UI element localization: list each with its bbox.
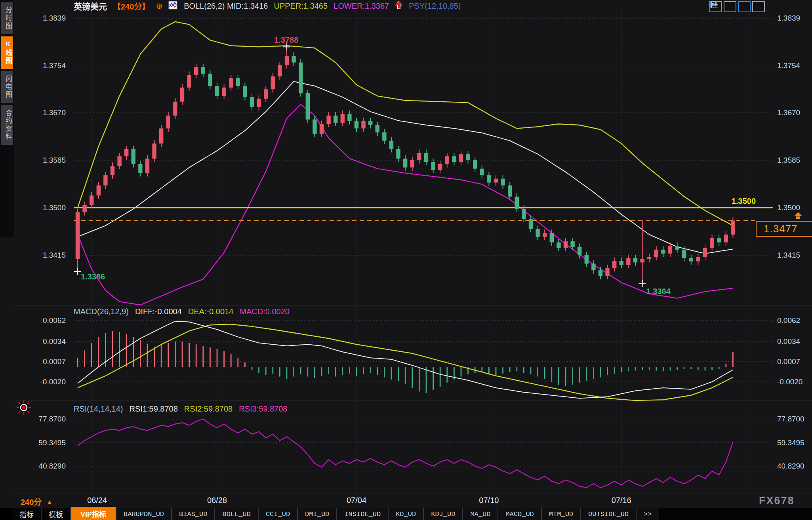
macd-ytick-right: 0.0062 — [777, 316, 812, 325]
tab-vip-[interactable]: VIP指标 — [71, 507, 116, 520]
macd-header: MACD(26,12,9) DIFF:-0.0004 DEA:-0.0014 M… — [74, 307, 290, 316]
sidebar-item-0[interactable]: 分时图 — [1, 2, 13, 34]
price-ytick-left: 1.3754 — [22, 61, 66, 70]
indicator-header: 英镑美元 【240分】 ⊕ BOLL(26,2) MID:1.3416 UPPE… — [74, 1, 461, 11]
macd-ytick-right: 0.0007 — [777, 357, 812, 366]
tab-barupdn-ud[interactable]: BARUPDN_UD — [116, 508, 172, 520]
chart-toolbar — [709, 1, 765, 12]
price-ytick-left: 1.3415 — [22, 251, 66, 260]
x-axis-date-label: 07/10 — [471, 496, 507, 505]
sidebar-item-1[interactable]: K线图 — [1, 36, 13, 69]
tab--[interactable]: 模板 — [41, 508, 71, 520]
rsi-header: RSI(14,14,14) RSI1:59.8708 RSI2:59.8708 … — [74, 404, 288, 414]
alarm-blink-icon — [15, 399, 32, 418]
rsi-ytick-left: 59.3495 — [22, 438, 66, 447]
high-price-annotation: 1.3788 — [274, 36, 298, 45]
chart-type-sidebar: 分时图K线图闪电图合约资料 — [0, 0, 14, 237]
tab-bias-ud[interactable]: BIAS_UD — [172, 508, 215, 520]
price-tag-arrow-icon — [793, 212, 803, 222]
bar-arrow-icon[interactable] — [752, 1, 765, 12]
rsi-ytick-right: 59.3495 — [777, 438, 812, 447]
x-axis-date-label: 07/04 — [339, 496, 374, 505]
low2-price-annotation: 1.3364 — [646, 287, 671, 296]
rsi-ytick-left: 40.8290 — [22, 462, 66, 471]
price-up-arrow-icon — [395, 1, 403, 11]
price-ytick-right: 1.3754 — [777, 61, 812, 70]
price-ytick-left: 1.3670 — [22, 108, 66, 117]
price-ytick-left: 1.3585 — [22, 156, 66, 165]
price-ytick-right: 1.3585 — [777, 156, 812, 165]
macd-ytick-left: -0.0020 — [22, 378, 66, 386]
rsi-ytick-right: 77.8700 — [777, 415, 812, 423]
rsi3-value: RSI3:59.8708 — [239, 404, 287, 414]
macd-ytick-left: 0.0007 — [22, 357, 66, 366]
tab-boll-ud[interactable]: BOLL_UD — [215, 508, 258, 520]
tab-macd-ud[interactable]: MACD_UD — [498, 508, 541, 520]
rsi-series — [78, 419, 733, 488]
macd-ytick-right: 0.0034 — [777, 337, 812, 346]
rsi1-value: RSI1:59.8708 — [130, 404, 178, 414]
tab--[interactable]: 指标 — [12, 508, 41, 520]
x-axis-date-label: 06/24 — [79, 496, 115, 505]
tabbar-spacer — [0, 508, 12, 520]
add-indicator-icon[interactable]: ⊕ — [156, 1, 162, 11]
macd-ytick-left: 0.0062 — [22, 316, 66, 325]
symbol-title: 英镑美元 — [74, 0, 107, 12]
tab-kd-ud[interactable]: KD_UD — [388, 508, 423, 520]
tab--[interactable]: >> — [636, 508, 659, 520]
boll-lower-value: LOWER:1.3367 — [334, 2, 389, 11]
boll-upper-value: UPPER:1.3465 — [274, 2, 328, 11]
rsi-title: RSI(14,14,14) — [74, 404, 123, 414]
tab-kdj-ud[interactable]: KDJ_UD — [423, 508, 463, 520]
macd-ytick-right: -0.0020 — [777, 378, 812, 386]
tab-ma-ud[interactable]: MA_UD — [463, 508, 498, 520]
x-axis-date-label: 07/16 — [604, 496, 639, 505]
tab-mtm-ud[interactable]: MTM_UD — [541, 508, 581, 520]
macd-diff-value: DIFF:-0.0004 — [135, 307, 182, 316]
tab-outside-ud[interactable]: OUTSIDE_UD — [581, 508, 636, 520]
current-price-tag: 1.3477 — [756, 221, 812, 237]
price-ytick-left: 1.3839 — [22, 14, 66, 23]
period-selector-label: 240分 — [21, 496, 42, 507]
sidebar-item-3[interactable]: 合约资料 — [1, 105, 13, 145]
price-ytick-right: 1.3670 — [777, 108, 812, 117]
current-price-value: 1.3477 — [764, 223, 798, 235]
indicator-tabbar: 指标模板VIP指标BARUPDN_UDBIAS_UDBOLL_UDCCI_UDD… — [0, 508, 812, 520]
axis-candles-icon[interactable] — [724, 1, 736, 12]
psy-label: PSY(12,10,85) — [409, 2, 461, 11]
macd-macd-value: MACD:0.0020 — [240, 307, 290, 316]
price-ytick-right: 1.3839 — [777, 14, 812, 23]
low-price-annotation: 1.3386 — [81, 272, 105, 281]
price-ytick-right: 1.3415 — [777, 251, 812, 260]
macd-ytick-left: 0.0034 — [22, 337, 66, 346]
level-line-label: 1.3500 — [708, 197, 756, 206]
tab-inside-ud[interactable]: INSIDE_UD — [337, 508, 388, 520]
period-label[interactable]: 【240分】 — [113, 0, 150, 12]
macd-dea-value: DEA:-0.0014 — [188, 307, 234, 316]
candlestick-series — [76, 47, 735, 284]
chart-canvas[interactable] — [0, 0, 812, 520]
axis-play-icon[interactable] — [738, 1, 751, 12]
time-axis-row — [0, 494, 812, 508]
sidebar-item-2[interactable]: 闪电图 — [1, 71, 13, 103]
price-ytick-left: 1.3500 — [22, 203, 66, 212]
macd-series — [78, 321, 733, 400]
tab-cci-ud[interactable]: CCI_UD — [258, 508, 297, 520]
period-arrow-icon: ▲ — [46, 498, 52, 505]
trading-terminal-window: 分时图K线图闪电图合约资料 英镑美元 【240分】 ⊕ BOLL(26,2) M… — [0, 0, 812, 520]
brand-watermark: FX678 — [759, 495, 795, 507]
boll-values: BOLL(26,2) MID:1.3416 — [184, 2, 268, 11]
price-ytick-right: 1.3500 — [777, 203, 812, 212]
macd-title: MACD(26,12,9) — [74, 307, 129, 316]
x-axis-date-label: 06/28 — [199, 496, 235, 505]
chart-type-icon[interactable] — [168, 0, 178, 11]
rsi2-value: RSI2:59.8708 — [184, 404, 233, 414]
rsi-ytick-right: 40.8290 — [777, 462, 812, 471]
tab-dmi-ud[interactable]: DMI_UD — [297, 508, 337, 520]
period-selector[interactable]: 240分 ▲ — [21, 496, 52, 507]
